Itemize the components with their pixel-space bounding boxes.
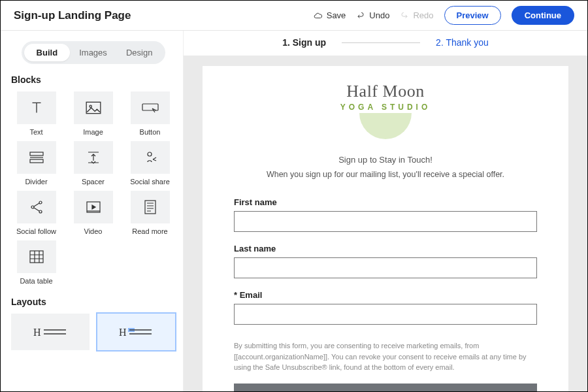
svg-point-8	[39, 210, 42, 213]
layouts-heading: Layouts	[11, 297, 175, 307]
layout2-icon: H	[116, 324, 155, 340]
logo: Half Moon YOGA STUDIO	[234, 82, 537, 139]
tab-images[interactable]: Images	[70, 44, 116, 61]
sidebar: Build Images Design Blocks Text Image Bu…	[1, 31, 184, 391]
image-icon	[85, 101, 102, 115]
headline: Sign up to Stay in Touch!	[234, 155, 537, 165]
canvas: 1. Sign up 2. Thank you Half Moon YOGA S…	[184, 31, 587, 391]
block-text[interactable]: Text	[11, 91, 61, 136]
data-table-icon	[29, 250, 44, 264]
svg-point-1	[90, 105, 91, 107]
email-input[interactable]	[234, 304, 537, 325]
svg-text:H: H	[119, 327, 127, 338]
step-indicator: 1. Sign up 2. Thank you	[184, 31, 587, 56]
svg-text:H: H	[33, 327, 41, 338]
top-bar: Sign-up Landing Page Save Undo Redo Prev…	[1, 1, 587, 31]
step-divider	[342, 42, 420, 43]
svg-rect-0	[86, 102, 101, 113]
social-share-icon	[142, 150, 159, 165]
block-button[interactable]: Button	[125, 91, 175, 136]
step-thankyou[interactable]: 2. Thank you	[436, 37, 489, 48]
svg-rect-10	[145, 201, 155, 214]
tab-design[interactable]: Design	[116, 44, 163, 61]
cloud-icon	[314, 11, 323, 20]
svg-rect-3	[30, 152, 43, 155]
blocks-heading: Blocks	[11, 74, 175, 85]
leaf-icon	[359, 113, 412, 139]
text-icon	[28, 99, 45, 116]
tab-build[interactable]: Build	[24, 44, 71, 61]
svg-rect-4	[30, 159, 43, 163]
layout1-icon: H	[31, 324, 70, 340]
first-name-input[interactable]	[234, 211, 537, 232]
block-read-more[interactable]: Read more	[125, 191, 175, 235]
block-data-table[interactable]: Data table	[11, 240, 61, 285]
block-video[interactable]: Video	[68, 191, 118, 235]
sidebar-tabs: Build Images Design	[22, 41, 165, 64]
subheadline: When you sign up for our mailing list, y…	[234, 170, 537, 179]
social-follow-icon	[29, 199, 44, 215]
block-social-share[interactable]: Social share	[125, 141, 175, 186]
last-name-input[interactable]	[234, 257, 537, 278]
block-image[interactable]: Image	[68, 91, 118, 136]
read-more-icon	[143, 199, 157, 215]
save-button[interactable]: Save	[314, 10, 346, 20]
undo-button[interactable]: Undo	[356, 10, 389, 20]
svg-point-5	[148, 152, 152, 156]
divider-icon	[28, 151, 45, 164]
svg-point-7	[39, 201, 42, 204]
layout-option-1[interactable]: H	[11, 314, 90, 350]
redo-icon	[400, 11, 409, 20]
first-name-label: First name	[234, 197, 537, 207]
block-divider[interactable]: Divider	[11, 141, 61, 186]
step-signup[interactable]: 1. Sign up	[282, 37, 326, 48]
redo-button: Redo	[400, 10, 433, 20]
sign-up-button[interactable]: Sign Up	[234, 384, 537, 392]
layout-option-2[interactable]: H	[97, 314, 176, 350]
svg-point-6	[31, 206, 34, 208]
block-social-follow[interactable]: Social follow	[11, 191, 61, 235]
spacer-icon	[86, 150, 101, 165]
svg-rect-2	[142, 104, 158, 110]
continue-button[interactable]: Continue	[512, 6, 574, 25]
email-label: * Email	[234, 290, 537, 300]
video-icon	[85, 200, 102, 214]
block-spacer[interactable]: Spacer	[68, 141, 118, 186]
svg-rect-11	[30, 251, 43, 263]
page-title: Sign-up Landing Page	[14, 9, 131, 22]
button-icon	[141, 101, 159, 114]
consent-text: By submitting this form, you are consent…	[234, 340, 537, 373]
preview-button[interactable]: Preview	[444, 6, 501, 25]
last-name-label: Last name	[234, 244, 537, 253]
landing-page-preview[interactable]: Half Moon YOGA STUDIO Sign up to Stay in…	[203, 66, 568, 391]
undo-icon	[356, 11, 365, 20]
